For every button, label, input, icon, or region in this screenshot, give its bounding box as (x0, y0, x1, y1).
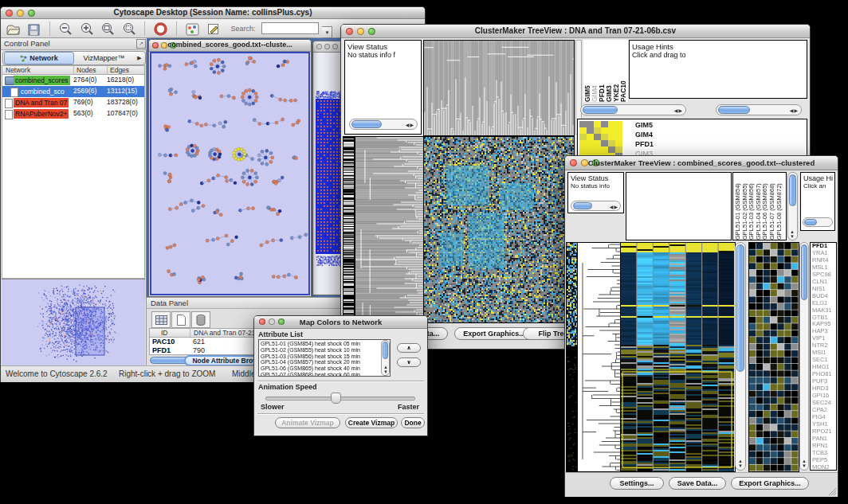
gene-label[interactable]: SEC1 (812, 357, 836, 364)
network-view-window[interactable]: combined_scores_good.txt--cluste... (148, 39, 312, 297)
usage-hscrollbar[interactable] (803, 217, 833, 227)
close-button[interactable] (316, 44, 322, 49)
col-header-id[interactable]: ID (161, 329, 168, 337)
attribute-item[interactable]: GPL51-02 (GSM855) heat shock 10 min (261, 347, 390, 354)
new-attribute-button[interactable] (171, 311, 190, 328)
done-button[interactable]: Done (401, 417, 425, 428)
column-label[interactable]: PAC10 (619, 40, 626, 102)
save-data-button[interactable]: Save Data... (669, 477, 726, 490)
zoom-selected-button[interactable] (120, 21, 138, 37)
tab-network[interactable]: Network (4, 52, 74, 64)
gene-label[interactable]: MSL1 (812, 264, 836, 272)
column-label[interactable]: PFD1 (598, 40, 605, 102)
tv1-usage-hscrollbar[interactable]: ◀▶ (716, 104, 802, 115)
birdseye-panel[interactable] (2, 279, 145, 366)
scroll-arrows[interactable]: ◀▶ (790, 107, 799, 113)
tv1-global-overview-strip[interactable] (343, 136, 355, 323)
export-graphics-button[interactable]: Export Graphics... (731, 477, 809, 490)
open-file-button[interactable] (4, 21, 22, 37)
gene-label[interactable]: KAP95 (812, 321, 836, 328)
gene-label[interactable]: NIS1 (812, 286, 836, 293)
search-dropdown-button[interactable]: ▼ (322, 26, 332, 38)
network-name[interactable]: DNA and Tran 07 (14, 98, 69, 107)
network-name[interactable]: RNAPuberNov2+ (14, 109, 69, 119)
matrix-gene-label[interactable]: PFD1 (635, 139, 658, 149)
gene-label[interactable]: SEC24 (812, 400, 836, 407)
gene-label[interactable]: PAN1 (812, 436, 836, 443)
attribute-value[interactable]: 621 (193, 338, 205, 346)
gene-label[interactable]: MAK31 (812, 307, 836, 315)
col-header-network[interactable]: Network (6, 66, 30, 74)
scroll-arrows[interactable]: ▲▼ (802, 459, 807, 468)
tv2-column-tree-area[interactable] (626, 172, 732, 240)
column-label[interactable]: GIM3 (605, 40, 612, 102)
tv1-column-dendrogram[interactable] (423, 40, 575, 136)
attribute-value[interactable]: 790 (193, 346, 205, 354)
column-label[interactable]: YKE2 (612, 40, 619, 102)
gene-label[interactable]: RNR4 (812, 257, 836, 264)
attribute-item[interactable]: GPL51-03 (GSM856) heat shock 15 min (261, 354, 390, 360)
col-header-nodes[interactable]: Nodes (73, 66, 96, 75)
zoom-fit-button[interactable] (99, 21, 116, 37)
tv1-similarity-matrix[interactable] (579, 121, 622, 159)
gene-label[interactable]: HRD3 (812, 385, 836, 393)
save-button[interactable] (25, 21, 42, 37)
attribute-item[interactable]: GPL51-01 (GSM854) heat shock 05 min (261, 341, 390, 347)
tv2-genelist-vscrollbar[interactable]: ▲▼ (799, 242, 809, 471)
tv1-heatmap[interactable] (423, 136, 575, 323)
zoom-in-button[interactable] (78, 21, 96, 37)
scroll-arrows[interactable]: ▲▼ (383, 365, 388, 374)
attribute-item[interactable]: GPL51-06 (GSM865) heat shock 40 min (261, 365, 390, 372)
zoom-window-button[interactable] (332, 44, 338, 49)
network-list-row[interactable]: combined_sco2569(6)13112(15) (2, 86, 144, 97)
matrix-gene-label[interactable]: GIM5 (635, 120, 658, 130)
float-panel-icon[interactable]: ↗ (136, 39, 146, 49)
network-name[interactable]: combined_scores (14, 76, 70, 85)
gene-label[interactable]: HAP3 (812, 328, 836, 335)
delete-attribute-icon[interactable] (191, 311, 210, 328)
gene-label[interactable]: CLN1 (812, 279, 836, 286)
birdseye-canvas[interactable] (2, 280, 144, 365)
resize-grip[interactable] (827, 486, 837, 496)
gene-label[interactable]: ELG1 (812, 300, 836, 307)
tv2-heatmap[interactable] (620, 242, 736, 472)
tv2-global-overview-strip[interactable] (566, 242, 578, 472)
tv1-row-dendrogram[interactable] (355, 136, 425, 323)
network-canvas[interactable] (151, 53, 308, 294)
settings-button[interactable]: Settings... (610, 477, 664, 490)
create-vizmap-button[interactable]: Create Vizmap (345, 417, 398, 428)
zoom-out-button[interactable] (57, 21, 74, 37)
array-column-label[interactable]: GPL51-03 (GSM856) (748, 173, 755, 240)
gene-label[interactable]: YRA1 (812, 250, 836, 257)
scroll-arrows[interactable]: ▲▼ (790, 229, 795, 239)
array-column-label[interactable]: GPL51-08 (GSM872) (775, 173, 783, 240)
attribute-select-button[interactable] (151, 311, 171, 328)
attribute-list[interactable]: GPL51-01 (GSM854) heat shock 05 minGPL51… (258, 339, 391, 377)
view-status-hscrollbar[interactable]: ◀▶ (571, 201, 621, 211)
attribute-item[interactable]: GPL51-04 (GSM857) heat shock 20 min (261, 359, 390, 365)
move-up-button[interactable]: ∧ (397, 343, 421, 353)
gene-id[interactable]: PFD1 (152, 346, 171, 354)
gene-label[interactable]: SPC98 (812, 272, 836, 279)
gene-label[interactable]: FIG4 (812, 414, 836, 421)
gene-label[interactable]: NTR2 (812, 342, 836, 350)
network-name[interactable]: combined_sco (19, 87, 66, 96)
tv2-row-dendrogram[interactable] (577, 242, 621, 472)
gene-label[interactable]: PEP5 (812, 457, 836, 464)
speed-slider-thumb[interactable] (331, 393, 341, 404)
help-button[interactable] (152, 21, 170, 37)
gene-label[interactable]: BUD4 (812, 293, 836, 300)
column-label[interactable]: GIM5 (583, 40, 591, 102)
gene-label[interactable]: RPN1 (812, 443, 836, 450)
gene-label[interactable]: VIP1 (812, 335, 836, 342)
gene-label[interactable]: GPI16 (812, 393, 836, 400)
move-down-button[interactable]: ∨ (397, 357, 421, 367)
minimize-button[interactable] (324, 44, 330, 49)
main-titlebar[interactable]: Cytoscape Desktop (Session Name: collins… (1, 7, 425, 19)
scroll-arrows[interactable]: ◀▶ (406, 122, 414, 127)
gene-label[interactable]: RPO21 (812, 428, 836, 436)
network-list-row[interactable]: combined_scores2764(0)16218(0) (2, 75, 144, 86)
array-column-label[interactable]: GPL51-02 (GSM855) (741, 173, 748, 240)
gene-label[interactable]: YSH1 (812, 421, 836, 428)
gene-label[interactable]: PHO81 (812, 371, 836, 378)
